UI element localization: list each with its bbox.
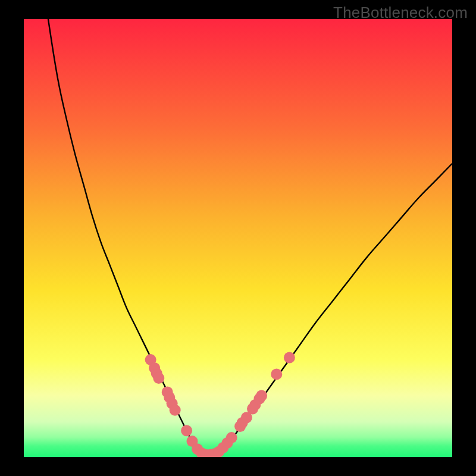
chart-frame: TheBottleneck.com	[0, 0, 476, 476]
curve-marker	[284, 352, 295, 363]
curve-marker	[181, 425, 192, 436]
curve-marker	[226, 432, 237, 443]
bottleneck-chart	[24, 19, 452, 457]
curve-marker	[153, 372, 164, 384]
curve-marker	[256, 390, 267, 401]
gradient-background	[24, 19, 452, 457]
curve-marker	[271, 368, 282, 380]
curve-marker	[170, 405, 181, 416]
